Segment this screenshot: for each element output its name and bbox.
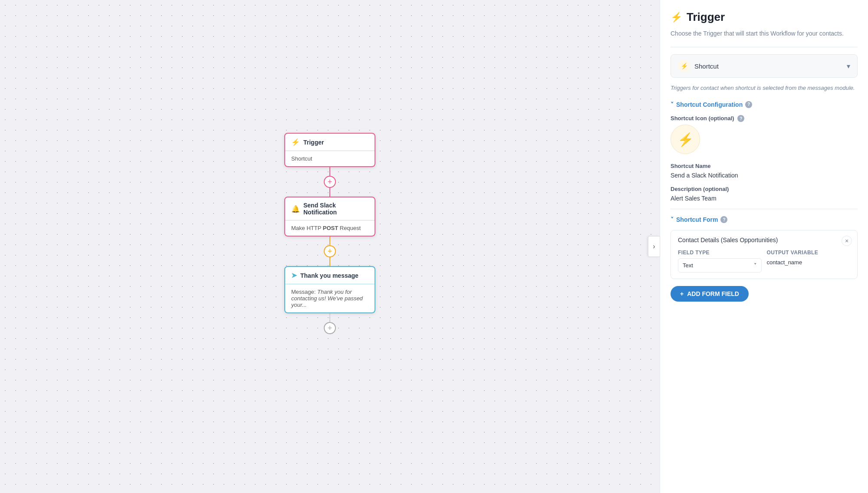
- connector-1: +: [324, 167, 336, 197]
- shortcut-icon-label: Shortcut Icon (optional) ?: [671, 115, 858, 122]
- add-btn-1[interactable]: +: [324, 176, 336, 188]
- shortcut-config-label: Shortcut Configuration: [676, 101, 743, 108]
- trigger-icon: ⚡: [291, 138, 300, 146]
- thank-you-node[interactable]: ➤ Thank you message Message: Thank you f…: [284, 266, 375, 313]
- workflow-nodes: ⚡ Trigger Shortcut + 🔔 Send Slack Notifi…: [284, 133, 375, 334]
- slack-label: Send Slack Notification: [303, 202, 368, 216]
- slack-content-bold: POST: [323, 225, 338, 231]
- trigger-content: Shortcut: [285, 151, 375, 166]
- panel-title: Trigger: [687, 10, 725, 24]
- dropdown-icon: ⚡: [681, 62, 688, 69]
- slack-node[interactable]: 🔔 Send Slack Notification Make HTTP POST…: [284, 197, 375, 237]
- add-form-field-icon: +: [680, 290, 684, 297]
- field-type-col-label: Field Type: [678, 250, 762, 256]
- message-prefix: Message:: [291, 289, 317, 295]
- add-form-field-label: ADD FORM FIELD: [687, 290, 739, 297]
- message-icon: ➤: [291, 271, 297, 279]
- shortcut-icon-help[interactable]: ?: [737, 115, 744, 122]
- field-type-chevron: ˅: [754, 262, 757, 269]
- description-value: Alert Sales Team: [671, 195, 858, 202]
- shortcut-name-label: Shortcut Name: [671, 163, 858, 169]
- form-field-card: Contact Details (Sales Opportunities) × …: [671, 230, 858, 279]
- collapse-panel-button[interactable]: ›: [648, 236, 660, 257]
- right-panel: ⚡ Trigger Choose the Trigger that will s…: [660, 0, 868, 493]
- slack-icon: 🔔: [291, 205, 300, 213]
- shortcut-icon-preview[interactable]: ⚡: [671, 125, 700, 154]
- line-1a: [329, 167, 330, 176]
- thank-you-content: Message: Thank you for contacting us! We…: [285, 284, 375, 312]
- thank-you-label: Thank you message: [300, 272, 358, 279]
- shortcut-name-value: Send a Slack Notification: [671, 172, 858, 179]
- field-type-select[interactable]: Text ˅: [678, 258, 762, 273]
- trigger-label: Trigger: [303, 139, 324, 146]
- shortcut-form-section-header[interactable]: ˅ Shortcut Form ?: [671, 216, 858, 223]
- panel-subtitle: Choose the Trigger that will start this …: [671, 29, 858, 38]
- shortcut-form-chevron: ˅: [671, 216, 674, 223]
- output-var-col: Output Variable contact_name: [767, 250, 851, 273]
- panel-title-icon: ⚡: [671, 12, 682, 23]
- field-type-col: Field Type Text ˅: [678, 250, 762, 273]
- shortcut-config-help-icon[interactable]: ?: [745, 101, 752, 108]
- shortcut-icon-emoji: ⚡: [677, 132, 694, 147]
- description-label: Description (optional): [671, 186, 858, 192]
- line-2b: [329, 257, 330, 266]
- form-field-close-btn[interactable]: ×: [842, 236, 852, 246]
- close-icon: ×: [845, 237, 848, 244]
- thank-you-node-header: ➤ Thank you message: [285, 267, 375, 284]
- slack-content: Make HTTP POST Request: [285, 220, 375, 236]
- line-1b: [329, 188, 330, 197]
- divider-1: [671, 47, 858, 47]
- trigger-shortcut: Shortcut: [291, 155, 312, 162]
- slack-content-suffix: Request: [338, 225, 361, 231]
- shortcut-config-chevron: ˅: [671, 101, 674, 108]
- add-btn-2[interactable]: +: [324, 245, 336, 257]
- add-btn-3[interactable]: +: [324, 322, 336, 334]
- shortcut-form-label: Shortcut Form: [676, 216, 718, 223]
- add-form-field-button[interactable]: + ADD FORM FIELD: [671, 286, 749, 302]
- dropdown-label: Shortcut: [694, 62, 719, 70]
- workflow-canvas: ⚡ Trigger Shortcut + 🔔 Send Slack Notifi…: [0, 0, 660, 493]
- collapse-chevron: ›: [653, 243, 655, 250]
- form-field-name: Contact Details (Sales Opportunities): [678, 237, 850, 243]
- trigger-dropdown[interactable]: ⚡ Shortcut ▾: [671, 54, 858, 78]
- trigger-node-header: ⚡ Trigger: [285, 134, 375, 151]
- dropdown-left: ⚡ Shortcut: [678, 60, 719, 72]
- connector-3: +: [324, 313, 336, 334]
- line-3a: [329, 313, 330, 322]
- form-field-row: Field Type Text ˅ Output Variable contac…: [678, 250, 850, 273]
- slack-content-prefix: Make HTTP: [291, 225, 323, 231]
- shortcut-config-section-header[interactable]: ˅ Shortcut Configuration ?: [671, 101, 858, 108]
- panel-title-row: ⚡ Trigger: [671, 10, 858, 24]
- shortcut-icon-label-text: Shortcut Icon (optional): [671, 115, 734, 122]
- line-2a: [329, 237, 330, 245]
- output-var-value: contact_name: [767, 258, 851, 266]
- dropdown-icon-bg: ⚡: [678, 60, 690, 72]
- dropdown-chevron: ▾: [847, 62, 850, 70]
- connector-2: +: [324, 237, 336, 266]
- trigger-description: Triggers for contact when shortcut is se…: [671, 84, 858, 92]
- slack-node-header: 🔔 Send Slack Notification: [285, 197, 375, 220]
- output-var-col-label: Output Variable: [767, 250, 851, 256]
- shortcut-form-help-icon[interactable]: ?: [720, 216, 727, 223]
- trigger-node[interactable]: ⚡ Trigger Shortcut: [284, 133, 375, 167]
- field-type-value: Text: [683, 262, 693, 269]
- divider-2: [671, 209, 858, 209]
